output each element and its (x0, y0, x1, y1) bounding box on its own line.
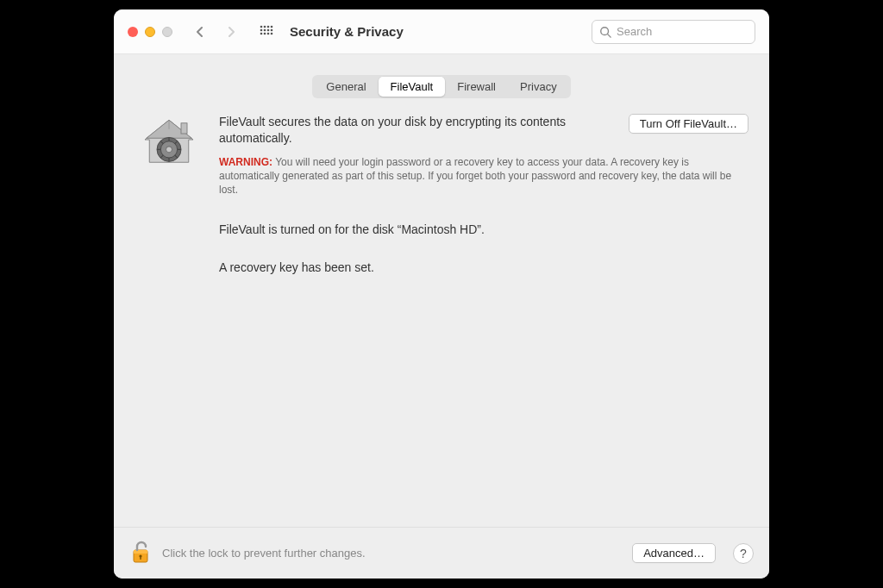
chevron-right-icon (226, 27, 236, 37)
filevault-status-disk: FileVault is turned on for the disk “Mac… (219, 222, 748, 236)
tab-filevault[interactable]: FileVault (379, 77, 446, 97)
search-field[interactable] (592, 20, 755, 44)
security-house-icon (139, 116, 199, 178)
search-input[interactable] (617, 25, 748, 38)
svg-point-10 (267, 32, 270, 34)
svg-point-7 (271, 28, 273, 31)
warning-text: You will need your login password or a r… (219, 156, 731, 196)
turn-off-filevault-button[interactable]: Turn Off FileVault… (629, 114, 748, 134)
svg-point-4 (260, 28, 263, 31)
svg-rect-32 (140, 556, 141, 560)
svg-point-6 (267, 28, 270, 31)
back-button[interactable] (190, 22, 210, 42)
search-icon (599, 26, 611, 38)
warning-label: WARNING: (219, 156, 272, 168)
svg-point-8 (260, 32, 263, 34)
grid-icon (260, 25, 273, 39)
svg-point-0 (260, 25, 263, 28)
filevault-description: FileVault secures the data on your disk … (219, 114, 615, 147)
tab-firewall[interactable]: Firewall (445, 77, 508, 97)
forward-button (221, 22, 241, 42)
content-area: General FileVault Firewall Privacy (114, 54, 769, 527)
window-controls (128, 27, 172, 37)
svg-point-5 (264, 28, 266, 31)
chevron-left-icon (195, 27, 205, 37)
preferences-window: Security & Privacy General FileVault Fir… (114, 9, 769, 579)
footer-bar: Click the lock to prevent further change… (114, 527, 769, 579)
filevault-status-recovery-key: A recovery key has been set. (219, 260, 748, 274)
svg-point-3 (271, 25, 273, 28)
svg-rect-17 (181, 123, 187, 134)
lock-hint-text: Click the lock to prevent further change… (162, 547, 622, 560)
filevault-panel: FileVault secures the data on your disk … (135, 114, 748, 274)
tab-bar: General FileVault Firewall Privacy (312, 75, 570, 98)
help-button[interactable]: ? (733, 543, 754, 564)
zoom-icon (162, 27, 172, 37)
unlocked-padlock-icon (129, 539, 152, 565)
svg-line-13 (608, 34, 611, 37)
svg-point-9 (264, 32, 266, 34)
lock-button[interactable] (129, 539, 152, 567)
tab-privacy[interactable]: Privacy (508, 77, 569, 97)
advanced-button[interactable]: Advanced… (632, 543, 716, 563)
titlebar: Security & Privacy (114, 9, 769, 54)
show-all-button[interactable] (257, 22, 276, 41)
minimize-icon[interactable] (145, 27, 155, 37)
svg-point-11 (271, 32, 273, 34)
svg-point-1 (264, 25, 266, 28)
svg-point-20 (166, 147, 172, 153)
svg-rect-30 (134, 550, 147, 554)
svg-point-2 (267, 25, 270, 28)
window-title: Security & Privacy (290, 24, 404, 39)
tab-general[interactable]: General (314, 77, 378, 97)
filevault-warning: WARNING: You will need your login passwo… (219, 155, 748, 197)
close-icon[interactable] (128, 27, 138, 37)
